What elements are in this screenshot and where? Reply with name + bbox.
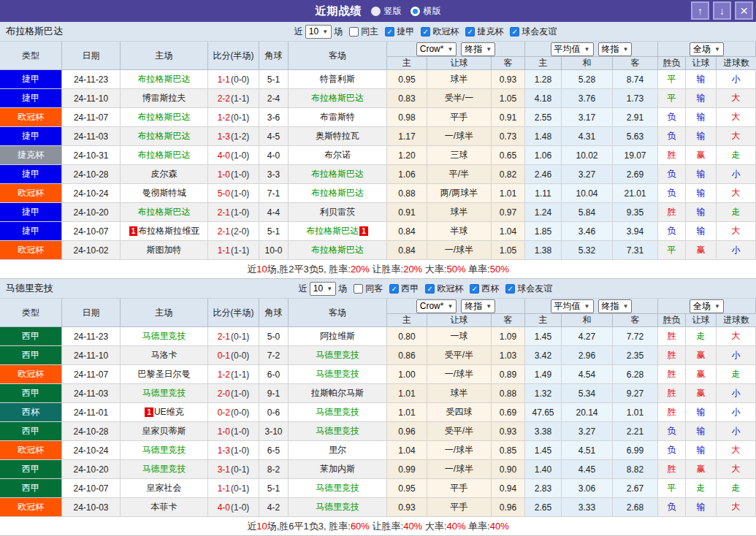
sub-column-header: 进球数 [717,314,756,327]
result-goals: 大 [717,498,756,517]
league-filter-checkbox[interactable]: ✓ [470,284,479,294]
match-type-badge: 欧冠杯 [0,441,62,460]
match-date: 24-10-07 [62,479,121,498]
handicap-line: 球半 [427,203,492,222]
corner-score-cell: 4-0 [259,146,289,165]
handicap-home-odds: 0.96 [387,422,427,441]
section-filter-bar: 马德里竞技近10▼场同客✓西甲✓欧冠杯✓西杯✓球会友谊 [0,279,756,299]
europe-odds-select[interactable]: 平均值▼ [551,299,594,313]
match-date: 24-10-28 [62,165,121,184]
match-date: 24-11-03 [62,127,121,146]
handicap-line: 受四球 [427,403,492,422]
same-venue-label: 同客 [365,283,383,295]
period-select[interactable]: 全场▼ [690,42,724,56]
summary-segment: 60% [351,521,370,532]
league-filter-checkbox[interactable]: ✓ [505,284,515,294]
europe-away-odds: 21.01 [613,184,658,203]
europe-draw-odds: 5.32 [562,241,613,260]
home-team-cell: 马洛卡 [121,346,208,365]
match-row: 捷甲24-10-071布拉格斯拉维亚2-1(2-0)5-1布拉格斯巴达10.84… [0,222,756,241]
match-row: 西杯24-11-011UE维克0-2(0-0)0-6马德里竞技1.01受四球0.… [0,403,756,422]
halftime-score: (0-1) [231,483,249,494]
league-filter-checkbox[interactable]: ✓ [425,284,435,294]
away-team-cell: 马德里竞技 [289,365,387,384]
scroll-down-button[interactable]: ↓ [713,1,731,20]
handicap-line: 受半/一 [427,89,492,108]
europe-draw-odds: 5.84 [562,203,613,222]
result-handicap: 输 [686,89,717,108]
sub-column-header: 让球 [686,314,717,327]
corner-score-cell: 3-6 [259,108,289,127]
handicap-away-odds: 1.05 [492,89,525,108]
europe-draw-odds: 4.31 [562,127,613,146]
europe-away-odds: 2.69 [613,165,658,184]
result-goals: 大 [717,108,756,127]
column-header: 比分(半场) [208,299,259,327]
europe-time-select[interactable]: 终指▼ [598,42,633,56]
match-row: 欧冠杯24-10-03本菲卡4-0(1-0)4-2马德里竞技0.93平手0.96… [0,498,756,517]
europe-odds-select[interactable]: 平均值▼ [551,42,594,56]
layout-radio-horizontal[interactable]: 横版 [411,5,441,18]
europe-home-odds: 1.38 [525,241,562,260]
home-team-cell: 马德里竞技 [121,384,208,403]
league-filter-checkbox[interactable]: ✓ [510,27,519,37]
period-select[interactable]: 全场▼ [690,299,724,313]
handicap-home-odds: 1.20 [387,146,427,165]
europe-draw-odds: 5.34 [562,384,613,403]
close-button[interactable]: ✕ [735,1,753,20]
near-label: 近 [299,283,308,295]
halftime-score: (0-0) [231,407,249,418]
same-venue-checkbox[interactable] [349,27,359,37]
match-row: 欧冠杯24-11-07布拉格斯巴达1-2(0-1)3-6布雷斯特0.98平手0.… [0,108,756,127]
team-name-text: 马德里竞技 [316,425,359,437]
summary-segment: 40% [403,521,422,532]
europe-away-odds: 2.91 [613,108,658,127]
europe-away-odds: 9.27 [613,384,658,403]
match-type-badge: 捷甲 [0,70,62,89]
team-name-text: 马德里竞技 [316,349,359,361]
corner-score-cell: 7-1 [259,184,289,203]
fulltime-score: 1-1 [218,483,230,494]
match-row: 西甲24-10-20马德里竞技3-1(0-1)8-2莱加内斯0.99一/球半0.… [0,460,756,479]
handicap-home-odds: 1.17 [387,127,427,146]
league-filter-checkbox[interactable]: ✓ [465,27,475,37]
europe-time-select[interactable]: 终指▼ [598,299,633,313]
column-header: 日期 [62,42,121,70]
layout-radio-horizontal-label: 横版 [424,5,441,18]
halftime-score: (2-0) [231,226,249,237]
league-filter-checkbox[interactable]: ✓ [421,27,430,37]
halftime-score: (1-0) [231,388,249,399]
home-team-cell: 1布拉格斯拉维亚 [121,222,208,241]
matches-count-select[interactable]: 10▼ [310,282,336,296]
odds-time-select[interactable]: 终指▼ [461,42,495,56]
odds-time-select[interactable]: 终指▼ [461,299,495,313]
score-cell: 0-2(0-0) [208,403,259,422]
league-filter-checkbox[interactable]: ✓ [385,27,394,37]
europe-home-odds: 1.06 [525,146,562,165]
corner-score-cell: 9-1 [259,384,289,403]
summary-segment: 场,胜2平3负5, 胜率: [267,263,351,276]
matches-count-select[interactable]: 10▼ [305,25,332,39]
corner-score-cell: 4-2 [259,498,289,517]
match-row: 欧冠杯24-11-07巴黎圣日尔曼1-2(1-1)6-0马德里竞技1.00一/球… [0,365,756,384]
rank-badge: 1 [359,226,368,236]
europe-home-odds: 2.46 [525,165,562,184]
fulltime-score: 0-2 [218,407,230,418]
home-team-cell: 巴黎圣日尔曼 [121,365,208,384]
scroll-up-button[interactable]: ↑ [691,1,709,20]
select-value: 10 [313,283,323,294]
layout-radio-vertical[interactable]: 竖版 [371,5,402,18]
handicap-line: 一/球半 [427,441,492,460]
odds-company-select[interactable]: Crow*▼ [416,299,457,313]
odds-company-select[interactable]: Crow*▼ [416,42,457,56]
same-venue-checkbox[interactable] [354,284,363,294]
europe-draw-odds: 4.27 [562,327,613,346]
result-winloss: 胜 [658,327,686,346]
corner-score-cell: 5-0 [259,327,289,346]
sub-column-header: 胜负 [658,57,686,70]
score-cell: 1-3(1-2) [208,127,259,146]
league-filter-label: 球会友谊 [517,283,552,295]
team-name-text: 布拉格斯巴达 [138,73,191,85]
league-filter-checkbox[interactable]: ✓ [389,284,399,294]
rank-badge: 1 [129,226,138,236]
